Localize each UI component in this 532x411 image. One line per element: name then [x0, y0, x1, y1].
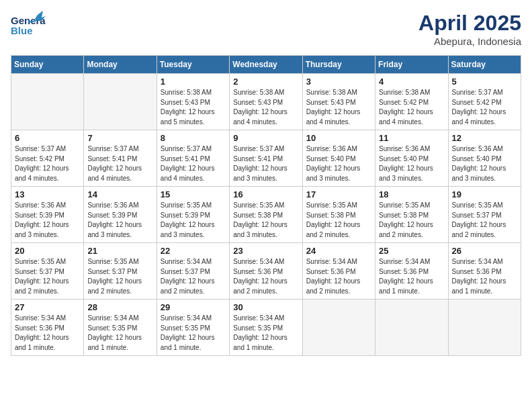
day-number: 12 — [452, 133, 517, 143]
day-number: 25 — [379, 246, 444, 256]
table-row: 3Sunrise: 5:38 AM Sunset: 5:43 PM Daylig… — [302, 74, 375, 130]
day-info: Sunrise: 5:37 AM Sunset: 5:41 PM Dayligh… — [161, 144, 226, 183]
table-row: 9Sunrise: 5:37 AM Sunset: 5:41 PM Daylig… — [230, 130, 302, 187]
col-wednesday: Wednesday — [230, 56, 302, 74]
day-info: Sunrise: 5:38 AM Sunset: 5:43 PM Dayligh… — [306, 88, 371, 127]
table-row: 12Sunrise: 5:36 AM Sunset: 5:40 PM Dayli… — [448, 130, 521, 187]
table-row: 5Sunrise: 5:37 AM Sunset: 5:42 PM Daylig… — [448, 74, 521, 130]
day-number: 17 — [306, 189, 371, 199]
table-row: 30Sunrise: 5:34 AM Sunset: 5:35 PM Dayli… — [230, 300, 302, 356]
day-info: Sunrise: 5:35 AM Sunset: 5:37 PM Dayligh… — [452, 201, 517, 240]
day-number: 5 — [452, 77, 517, 87]
day-number: 30 — [233, 302, 298, 312]
table-row: 11Sunrise: 5:36 AM Sunset: 5:40 PM Dayli… — [375, 130, 448, 187]
day-info: Sunrise: 5:35 AM Sunset: 5:38 PM Dayligh… — [306, 201, 371, 240]
table-row: 26Sunrise: 5:34 AM Sunset: 5:36 PM Dayli… — [448, 243, 521, 300]
calendar-week-row: 27Sunrise: 5:34 AM Sunset: 5:36 PM Dayli… — [11, 300, 521, 356]
day-info: Sunrise: 5:36 AM Sunset: 5:40 PM Dayligh… — [379, 144, 444, 183]
day-number: 9 — [233, 133, 298, 143]
day-number: 18 — [379, 189, 444, 199]
calendar-week-row: 1Sunrise: 5:38 AM Sunset: 5:43 PM Daylig… — [11, 74, 521, 130]
col-sunday: Sunday — [11, 56, 84, 74]
col-thursday: Thursday — [302, 56, 375, 74]
day-number: 8 — [161, 133, 226, 143]
table-row: 18Sunrise: 5:35 AM Sunset: 5:38 PM Dayli… — [375, 187, 448, 243]
day-number: 11 — [379, 133, 444, 143]
day-info: Sunrise: 5:36 AM Sunset: 5:40 PM Dayligh… — [306, 144, 371, 183]
day-number: 13 — [15, 189, 80, 199]
day-number: 27 — [15, 302, 80, 312]
col-tuesday: Tuesday — [157, 56, 229, 74]
day-info: Sunrise: 5:37 AM Sunset: 5:41 PM Dayligh… — [233, 144, 298, 183]
table-row: 13Sunrise: 5:36 AM Sunset: 5:39 PM Dayli… — [11, 187, 84, 243]
day-number: 10 — [306, 133, 371, 143]
day-info: Sunrise: 5:35 AM Sunset: 5:38 PM Dayligh… — [233, 201, 298, 240]
day-number: 4 — [379, 77, 444, 87]
day-info: Sunrise: 5:37 AM Sunset: 5:42 PM Dayligh… — [15, 144, 80, 183]
table-row: 6Sunrise: 5:37 AM Sunset: 5:42 PM Daylig… — [11, 130, 84, 187]
svg-text:Blue: Blue — [11, 25, 33, 36]
table-row: 25Sunrise: 5:34 AM Sunset: 5:36 PM Dayli… — [375, 243, 448, 300]
table-row: 15Sunrise: 5:35 AM Sunset: 5:39 PM Dayli… — [157, 187, 229, 243]
day-info: Sunrise: 5:38 AM Sunset: 5:43 PM Dayligh… — [161, 88, 226, 127]
day-number: 20 — [15, 246, 80, 256]
month-title: April 2025 — [418, 11, 521, 36]
title-block: April 2025 Abepura, Indonesia — [418, 11, 521, 47]
table-row — [11, 74, 84, 130]
day-number: 23 — [233, 246, 298, 256]
day-info: Sunrise: 5:36 AM Sunset: 5:40 PM Dayligh… — [452, 144, 517, 183]
table-row — [375, 300, 448, 356]
day-info: Sunrise: 5:34 AM Sunset: 5:35 PM Dayligh… — [87, 314, 152, 353]
day-number: 3 — [306, 77, 371, 87]
table-row: 8Sunrise: 5:37 AM Sunset: 5:41 PM Daylig… — [157, 130, 229, 187]
day-number: 24 — [306, 246, 371, 256]
day-info: Sunrise: 5:35 AM Sunset: 5:39 PM Dayligh… — [161, 201, 226, 240]
day-info: Sunrise: 5:34 AM Sunset: 5:35 PM Dayligh… — [233, 314, 298, 353]
table-row — [84, 74, 157, 130]
table-row: 14Sunrise: 5:36 AM Sunset: 5:39 PM Dayli… — [84, 187, 157, 243]
table-row — [302, 300, 375, 356]
col-monday: Monday — [84, 56, 157, 74]
day-info: Sunrise: 5:37 AM Sunset: 5:41 PM Dayligh… — [87, 144, 152, 183]
col-friday: Friday — [375, 56, 448, 74]
calendar-week-row: 13Sunrise: 5:36 AM Sunset: 5:39 PM Dayli… — [11, 187, 521, 243]
table-row: 20Sunrise: 5:35 AM Sunset: 5:37 PM Dayli… — [11, 243, 84, 300]
day-number: 15 — [161, 189, 226, 199]
day-info: Sunrise: 5:36 AM Sunset: 5:39 PM Dayligh… — [87, 201, 152, 240]
day-info: Sunrise: 5:38 AM Sunset: 5:42 PM Dayligh… — [379, 88, 444, 127]
day-info: Sunrise: 5:38 AM Sunset: 5:43 PM Dayligh… — [233, 88, 298, 127]
table-row: 27Sunrise: 5:34 AM Sunset: 5:36 PM Dayli… — [11, 300, 84, 356]
logo-bird-icon: General Blue — [11, 11, 46, 40]
table-row: 19Sunrise: 5:35 AM Sunset: 5:37 PM Dayli… — [448, 187, 521, 243]
calendar-week-row: 6Sunrise: 5:37 AM Sunset: 5:42 PM Daylig… — [11, 130, 521, 187]
day-number: 26 — [452, 246, 517, 256]
table-row: 16Sunrise: 5:35 AM Sunset: 5:38 PM Dayli… — [230, 187, 302, 243]
day-number: 22 — [161, 246, 226, 256]
day-info: Sunrise: 5:36 AM Sunset: 5:39 PM Dayligh… — [15, 201, 80, 240]
day-number: 14 — [87, 189, 152, 199]
day-number: 6 — [15, 133, 80, 143]
table-row: 17Sunrise: 5:35 AM Sunset: 5:38 PM Dayli… — [302, 187, 375, 243]
day-number: 16 — [233, 189, 298, 199]
page-header: General Blue April 2025 Abepura, Indones… — [11, 11, 521, 47]
table-row: 21Sunrise: 5:35 AM Sunset: 5:37 PM Dayli… — [84, 243, 157, 300]
table-row: 10Sunrise: 5:36 AM Sunset: 5:40 PM Dayli… — [302, 130, 375, 187]
day-info: Sunrise: 5:34 AM Sunset: 5:35 PM Dayligh… — [161, 314, 226, 353]
day-info: Sunrise: 5:34 AM Sunset: 5:36 PM Dayligh… — [452, 257, 517, 296]
location-subtitle: Abepura, Indonesia — [418, 36, 521, 47]
table-row: 29Sunrise: 5:34 AM Sunset: 5:35 PM Dayli… — [157, 300, 229, 356]
day-number: 28 — [87, 302, 152, 312]
day-info: Sunrise: 5:34 AM Sunset: 5:36 PM Dayligh… — [379, 257, 444, 296]
day-info: Sunrise: 5:35 AM Sunset: 5:37 PM Dayligh… — [87, 257, 152, 296]
table-row: 2Sunrise: 5:38 AM Sunset: 5:43 PM Daylig… — [230, 74, 302, 130]
day-info: Sunrise: 5:34 AM Sunset: 5:36 PM Dayligh… — [233, 257, 298, 296]
table-row: 24Sunrise: 5:34 AM Sunset: 5:36 PM Dayli… — [302, 243, 375, 300]
table-row: 22Sunrise: 5:34 AM Sunset: 5:37 PM Dayli… — [157, 243, 229, 300]
calendar-week-row: 20Sunrise: 5:35 AM Sunset: 5:37 PM Dayli… — [11, 243, 521, 300]
table-row — [448, 300, 521, 356]
table-row: 1Sunrise: 5:38 AM Sunset: 5:43 PM Daylig… — [157, 74, 229, 130]
day-number: 21 — [87, 246, 152, 256]
table-row: 23Sunrise: 5:34 AM Sunset: 5:36 PM Dayli… — [230, 243, 302, 300]
day-info: Sunrise: 5:35 AM Sunset: 5:37 PM Dayligh… — [15, 257, 80, 296]
day-number: 29 — [161, 302, 226, 312]
